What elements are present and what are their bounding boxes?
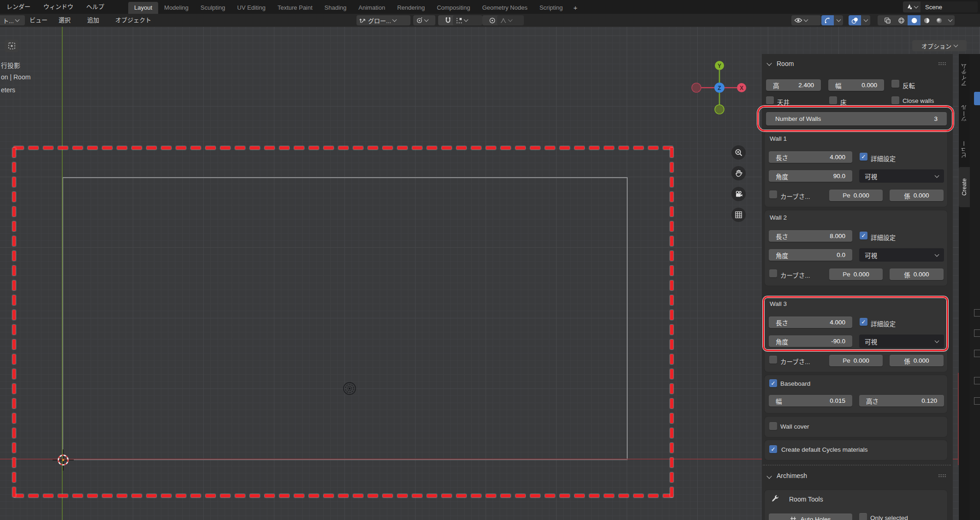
ceiling-checkbox[interactable] [766, 96, 774, 104]
menu-object[interactable]: オブジェクト [110, 14, 157, 27]
tab-geometry-nodes[interactable]: Geometry Nodes [476, 2, 533, 14]
sidebar-tab-create[interactable]: Create [959, 167, 970, 207]
number-of-walls-slider[interactable]: Number of Walls 3 [766, 112, 947, 126]
height-value: 2.400 [798, 82, 814, 89]
baseboard-checkbox[interactable]: ✓ [769, 379, 777, 387]
sidebar-tab-view[interactable]: ビュー [959, 132, 970, 166]
active-tool-button[interactable] [5, 40, 18, 52]
tab-shading[interactable]: Shading [319, 2, 353, 14]
tab-rendering[interactable]: Rendering [391, 2, 431, 14]
wall-1-visibility-dropdown[interactable]: 可視 [859, 169, 944, 183]
wall-2-curved-checkbox[interactable] [769, 269, 777, 277]
falloff-dropdown[interactable] [497, 15, 524, 25]
options-dropdown[interactable]: オプション [912, 40, 967, 51]
wall-cover-checkbox[interactable] [769, 422, 777, 430]
shading-material-button[interactable] [921, 15, 933, 25]
axis-ball-neg-y[interactable] [715, 105, 724, 114]
show-overlays-toggle[interactable] [849, 15, 861, 25]
wall-3-advanced-checkbox[interactable]: ✓ [860, 318, 867, 326]
baseboard-width-slider[interactable]: 幅 0.015 [769, 395, 852, 406]
menu-render[interactable]: レンダー [0, 0, 37, 14]
pan-button[interactable] [731, 166, 746, 180]
collapse-chevron-icon[interactable] [766, 60, 772, 66]
axis-ball-neg-x[interactable] [692, 83, 701, 92]
baseboard-height-slider[interactable]: 高さ 0.120 [859, 395, 944, 406]
wall-2-length-slider[interactable]: 長さ 8.000 [769, 230, 852, 242]
add-workspace-button[interactable]: + [569, 2, 582, 14]
sidebar-tab-item[interactable]: アイテム [959, 55, 970, 94]
scene-selector[interactable]: Scene [903, 1, 978, 12]
tab-layout[interactable]: Layout [128, 2, 158, 14]
mode-dropdown[interactable]: ト... [0, 15, 25, 25]
cycles-materials-checkbox[interactable]: ✓ [769, 445, 777, 453]
menu-window[interactable]: ウィンドウ [37, 0, 80, 14]
floor-checkbox[interactable] [829, 96, 837, 104]
sidebar-tab-tool[interactable]: ツール [959, 95, 970, 131]
wall-2-pe-slider[interactable]: Pe 0.000 [829, 269, 883, 280]
flip-checkbox[interactable] [891, 80, 899, 88]
room-wall-outline[interactable] [62, 177, 628, 460]
axis-ball-y[interactable]: Y [715, 61, 724, 70]
shading-rendered-button[interactable] [933, 15, 945, 25]
tab-texture-paint[interactable]: Texture Paint [272, 2, 319, 14]
toggle-grid-button[interactable] [731, 208, 746, 222]
zoom-button[interactable] [731, 145, 746, 160]
wall-1-factor-slider[interactable]: 係 0.000 [890, 190, 944, 201]
wall-1-length-slider[interactable]: 長さ 4.000 [769, 151, 852, 163]
show-gizmos-toggle[interactable] [821, 15, 834, 25]
wall-2-visibility-dropdown[interactable]: 可視 [859, 248, 944, 262]
scene-icon-segment[interactable] [903, 1, 921, 12]
wall-3-length-slider[interactable]: 長さ 4.000 [769, 317, 852, 328]
transform-orientation-dropdown[interactable]: グロー... [356, 15, 410, 25]
axis-ball-x[interactable]: X [737, 83, 746, 92]
room-panel-title[interactable]: Room [777, 60, 794, 67]
wall-2-factor-slider[interactable]: 係 0.000 [890, 269, 944, 280]
shading-solid-button[interactable] [908, 15, 921, 25]
overlays-dropdown[interactable] [861, 15, 870, 25]
wall-2-advanced-checkbox[interactable]: ✓ [860, 232, 867, 239]
tab-scripting[interactable]: Scripting [534, 2, 569, 14]
camera-view-button[interactable] [731, 187, 746, 201]
close-walls-checkbox[interactable] [891, 96, 899, 104]
wall-1-angle-slider[interactable]: 角度 90.0 [769, 170, 852, 182]
wall-1-pe-slider[interactable]: Pe 0.000 [829, 190, 883, 201]
wall-1-advanced-checkbox[interactable]: ✓ [860, 153, 867, 161]
pivot-point-dropdown[interactable] [413, 15, 435, 25]
auto-holes-button[interactable]: Auto Holes [769, 514, 852, 520]
empty-sphere-object[interactable] [343, 382, 356, 395]
xray-toggle[interactable] [878, 15, 897, 25]
wall-3-visibility-dropdown[interactable]: 可視 [859, 335, 944, 348]
tab-modeling[interactable]: Modeling [158, 2, 195, 14]
baseboard-height-label: 高さ [866, 396, 879, 406]
wall-2-angle-slider[interactable]: 角度 0.0 [769, 249, 852, 261]
menu-add[interactable]: 追加 [82, 14, 105, 27]
tab-compositing[interactable]: Compositing [431, 2, 476, 14]
wall-3-pe-slider[interactable]: Pe 0.000 [829, 355, 883, 366]
wall-3-factor-slider[interactable]: 係 0.000 [890, 355, 944, 366]
axis-ball-z[interactable]: Z [714, 83, 725, 93]
scene-name[interactable]: Scene [921, 1, 978, 12]
panel-grip-icon[interactable] [938, 474, 946, 478]
menu-select[interactable]: 選択 [53, 14, 76, 27]
tab-uv-editing[interactable]: UV Editing [231, 2, 271, 14]
wall-3-angle-slider[interactable]: 角度 -90.0 [769, 335, 852, 347]
wall-3-curved-checkbox[interactable] [769, 356, 777, 364]
wall-1-curved-checkbox[interactable] [769, 191, 777, 198]
collapse-chevron-icon[interactable] [766, 473, 772, 478]
shading-wireframe-button[interactable] [895, 15, 908, 25]
show-object-types-dropdown[interactable] [791, 15, 821, 25]
room-width-slider[interactable]: 幅 0.000 [828, 79, 884, 91]
archimesh-panel-title[interactable]: Archimesh [777, 472, 807, 479]
only-selected-checkbox[interactable] [859, 513, 867, 520]
menu-help[interactable]: ヘルプ [80, 0, 111, 14]
panel-grip-icon[interactable] [938, 62, 946, 66]
shading-dropdown[interactable] [945, 15, 955, 25]
menu-view[interactable]: ビュー [24, 14, 53, 27]
tab-animation[interactable]: Animation [352, 2, 391, 14]
snap-target-dropdown[interactable] [453, 15, 482, 25]
axis-navigation-gizmo[interactable]: Y X Z [688, 57, 751, 118]
room-height-slider[interactable]: 高 2.400 [766, 79, 821, 91]
annotation-dashed-rect-top [14, 146, 674, 149]
tab-sculpting[interactable]: Sculpting [195, 2, 231, 14]
gizmos-dropdown[interactable] [834, 15, 843, 25]
